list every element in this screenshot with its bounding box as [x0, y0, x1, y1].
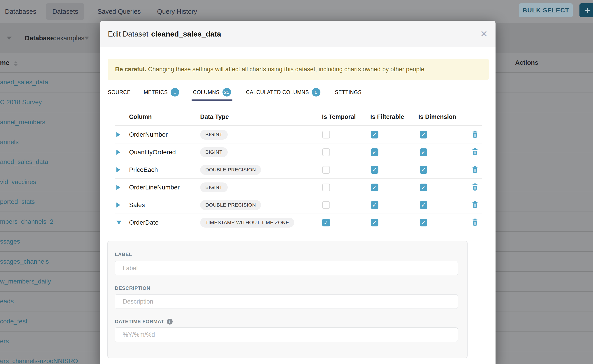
checkbox-is-filterable[interactable]: ✓ [371, 166, 378, 174]
name-column-header[interactable]: me [0, 59, 9, 66]
close-icon[interactable]: ✕ [480, 29, 488, 38]
dataset-link[interactable]: ported_stats [0, 197, 35, 206]
nav-item-query-history[interactable]: Query History [151, 3, 203, 20]
tab-label: SOURCE [108, 89, 131, 95]
dataset-link[interactable]: ssages [0, 237, 20, 246]
dataset-link[interactable]: C 2018 Survey [0, 98, 42, 107]
trash-icon [472, 166, 478, 173]
column-row: OrderNumber BIGINT ✓ ✓ [115, 126, 482, 143]
check-icon: ✓ [372, 167, 377, 173]
data-type-chip: BIGINT [200, 182, 228, 192]
checkbox-is-temporal[interactable] [322, 131, 330, 138]
checkbox-is-temporal[interactable] [322, 148, 330, 156]
tabs-divider [107, 100, 488, 100]
check-icon: ✓ [372, 149, 377, 155]
database-filter-value[interactable]: examples [56, 34, 84, 42]
dataset-link[interactable]: aned_sales_data [0, 157, 48, 166]
warning-text: Changing these settings will affect all … [148, 66, 426, 73]
checkbox-is-dimension[interactable]: ✓ [420, 131, 427, 138]
label-field-label: LABEL [115, 252, 132, 257]
datetime-format-field-label: DATETIME FORMAT i [115, 319, 173, 325]
tab-calculated-columns[interactable]: CALCULATED COLUMNS0 [246, 86, 320, 99]
expand-caret-icon[interactable] [116, 150, 120, 155]
expand-caret-icon[interactable] [116, 185, 120, 190]
data-type-chip: DOUBLE PRECISION [200, 165, 261, 175]
checkbox-is-temporal[interactable] [322, 166, 330, 174]
info-icon[interactable]: i [167, 319, 173, 325]
checkbox-is-filterable[interactable]: ✓ [371, 201, 378, 209]
is-filterable-header: Is Filterable [370, 113, 404, 120]
label-input[interactable] [115, 261, 458, 275]
checkbox-is-dimension[interactable]: ✓ [420, 184, 427, 191]
tab-columns[interactable]: COLUMNS25 [193, 86, 231, 99]
warning-bold: Be careful. [115, 66, 146, 73]
checkbox-is-dimension[interactable]: ✓ [420, 148, 427, 156]
dataset-link[interactable]: eads [0, 297, 14, 306]
tab-metrics[interactable]: METRICS1 [144, 86, 179, 99]
dataset-link[interactable]: w_members_daily [0, 277, 51, 286]
checkbox-is-dimension[interactable]: ✓ [420, 219, 427, 227]
expand-caret-icon[interactable] [116, 167, 120, 172]
check-icon: ✓ [421, 132, 426, 137]
bulk-select-button[interactable]: BULK SELECT [519, 3, 573, 17]
delete-column-button[interactable] [472, 183, 478, 191]
datetime-format-input[interactable] [115, 327, 458, 342]
is-dimension-header: Is Dimension [418, 113, 456, 120]
is-temporal-header: Is Temporal [322, 113, 356, 120]
nav-item-databases[interactable]: Databases [0, 3, 43, 20]
modal-title-dataset: cleaned_sales_data [151, 30, 221, 38]
check-icon: ✓ [421, 149, 426, 155]
dataset-link[interactable]: annel_members [0, 118, 45, 127]
trash-icon [472, 219, 478, 226]
dropdown-caret-icon[interactable] [7, 37, 12, 39]
tab-label: METRICS [144, 89, 168, 95]
checkbox-is-temporal[interactable] [322, 201, 330, 209]
check-icon: ✓ [323, 220, 329, 226]
dataset-link[interactable]: code_test [0, 317, 27, 326]
checkbox-is-dimension[interactable]: ✓ [420, 166, 427, 174]
dataset-link[interactable]: ssages_channels [0, 257, 49, 266]
dataset-link[interactable]: mbers_channels_2 [0, 217, 53, 226]
delete-column-button[interactable] [472, 166, 478, 174]
add-dataset-button[interactable]: + [580, 3, 593, 17]
tab-count-badge: 25 [223, 88, 231, 97]
expand-caret-icon[interactable] [116, 202, 120, 208]
delete-column-button[interactable] [472, 201, 478, 209]
delete-column-button[interactable] [472, 130, 478, 139]
trash-icon [472, 183, 478, 191]
checkbox-is-filterable[interactable]: ✓ [371, 148, 378, 156]
tab-settings[interactable]: SETTINGS [335, 86, 362, 99]
dataset-link[interactable]: annels [0, 137, 19, 147]
nav-item-datasets[interactable]: Datasets [46, 3, 84, 20]
top-nav: DatabasesDatasetsSaved QueriesQuery Hist… [0, 0, 593, 23]
checkbox-is-filterable[interactable]: ✓ [371, 219, 378, 227]
expand-caret-icon[interactable] [116, 221, 121, 225]
column-row: QuantityOrdered BIGINT ✓ ✓ [115, 143, 482, 161]
checkbox-is-dimension[interactable]: ✓ [420, 201, 427, 209]
checkbox-is-filterable[interactable]: ✓ [371, 184, 378, 191]
database-filter-label: Database: [25, 34, 56, 42]
trash-icon [472, 148, 478, 155]
dataset-link[interactable]: vid_vaccines [0, 177, 36, 187]
checkbox-is-filterable[interactable]: ✓ [371, 131, 378, 138]
dropdown-caret-icon[interactable] [84, 37, 89, 39]
trash-icon [472, 201, 478, 208]
actions-column-header: Actions [515, 59, 538, 66]
delete-column-button[interactable] [472, 148, 478, 156]
column-row: PriceEach DOUBLE PRECISION ✓ ✓ [115, 161, 482, 179]
description-input[interactable] [115, 294, 458, 309]
delete-column-button[interactable] [472, 219, 478, 227]
expand-caret-icon[interactable] [116, 132, 120, 137]
checkbox-is-temporal[interactable]: ✓ [322, 219, 330, 227]
checkbox-is-temporal[interactable] [322, 184, 330, 191]
dataset-link[interactable]: ers_channels-uzooNNtSRO [0, 357, 78, 364]
columns-table-header: Column Data Type Is Temporal Is Filterab… [115, 108, 482, 126]
dataset-link[interactable]: ers [0, 337, 9, 346]
datasets-page: DatabasesDatasetsSaved QueriesQuery Hist… [0, 0, 593, 364]
dataset-link[interactable]: aned_sales_data [0, 78, 48, 87]
tab-label: SETTINGS [335, 89, 362, 95]
tab-source[interactable]: SOURCE [108, 86, 131, 99]
nav-item-saved-queries[interactable]: Saved Queries [91, 3, 147, 20]
tab-label: CALCULATED COLUMNS [246, 89, 309, 95]
sort-icon[interactable] [14, 61, 18, 66]
